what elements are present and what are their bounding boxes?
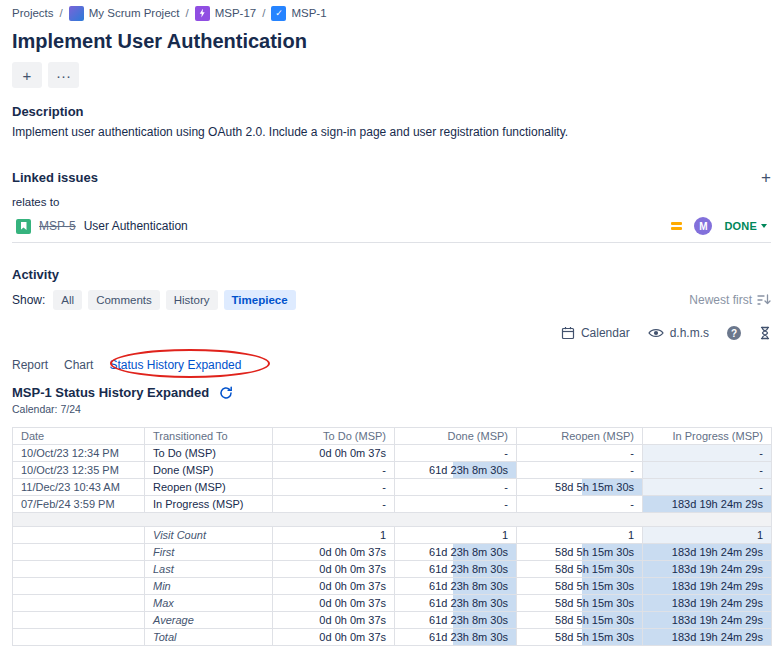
add-link-button[interactable]: + [761,169,771,186]
breadcrumb: Projects / My Scrum Project / MSP-17 / ✓… [12,5,771,21]
duration-cell: 58d 5h 15m 30s [517,612,643,629]
date-cell: 10/Oct/23 12:35 PM [13,462,145,479]
spacer-row [13,513,772,527]
stat-label: Max [145,595,273,612]
duration-cell: 61d 23h 8m 30s [395,629,517,646]
tab-status-history-expanded[interactable]: Status History Expanded [109,358,241,372]
assignee-avatar: M [694,217,712,235]
calendar-icon [561,326,575,340]
breadcrumb-project-label: My Scrum Project [89,7,180,19]
duration-cell: 1 [643,527,772,544]
filter-all[interactable]: All [53,290,82,310]
duration-cell: 0d 0h 0m 37s [273,578,395,595]
duration-cell: 183d 19h 24m 29s [643,578,772,595]
calendar-note: Calendar: 7/24 [12,403,771,415]
filter-comments[interactable]: Comments [88,290,160,310]
activity-filter-bar: Show: All Comments History Timepiece New… [12,290,771,310]
history-row: 10/Oct/23 12:35 PMDone (MSP)-61d 23h 8m … [13,462,772,479]
duration-cell: - [517,496,643,513]
duration-cell: 183d 19h 24m 29s [643,595,772,612]
duration-cell: - [643,479,772,496]
duration-cell: - [517,445,643,462]
duration-cell: - [395,496,517,513]
history-row: 11/Dec/23 10:43 AMReopen (MSP)--58d 5h 1… [13,479,772,496]
duration-cell: 1 [273,527,395,544]
duration-cell: - [273,462,395,479]
breadcrumb-issue[interactable]: ✓ MSP-1 [271,6,326,21]
format-toggle[interactable]: d.h.m.s [648,326,709,340]
breadcrumb-issue-label: MSP-1 [291,7,326,19]
empty-cell [13,544,145,561]
duration-cell: 183d 19h 24m 29s [643,544,772,561]
empty-cell [13,629,145,646]
breadcrumb-project[interactable]: My Scrum Project [69,6,180,21]
tab-report[interactable]: Report [12,358,48,372]
report-title: MSP-1 Status History Expanded [12,385,209,400]
duration-cell: 58d 5h 15m 30s [517,479,643,496]
duration-cell: - [643,462,772,479]
date-cell: 07/Feb/24 3:59 PM [13,496,145,513]
breadcrumb-separator: / [262,7,265,19]
filter-timepiece[interactable]: Timepiece [224,290,296,310]
duration-cell: 61d 23h 8m 30s [395,462,517,479]
refresh-icon [219,386,233,400]
breadcrumb-epic[interactable]: MSP-17 [195,6,257,21]
sort-order-control[interactable]: Newest first [689,293,771,307]
duration-cell: 61d 23h 8m 30s [395,578,517,595]
format-label: d.h.m.s [670,326,709,340]
tab-chart[interactable]: Chart [64,358,93,372]
status-history-table: DateTransitioned ToTo Do (MSP)Done (MSP)… [12,427,772,646]
duration-cell: - [395,445,517,462]
duration-cell: 58d 5h 15m 30s [517,578,643,595]
duration-cell: 183d 19h 24m 29s [643,629,772,646]
chevron-down-icon [761,224,767,228]
breadcrumb-projects[interactable]: Projects [12,7,54,19]
duration-cell: 58d 5h 15m 30s [517,629,643,646]
stat-label: Visit Count [145,527,273,544]
refresh-button[interactable] [219,386,233,400]
issue-actions: + ··· [12,62,771,88]
column-header: Date [13,428,145,445]
filter-history[interactable]: History [166,290,218,310]
linked-issue-key[interactable]: MSP-5 [39,219,76,233]
date-cell: 11/Dec/23 10:43 AM [13,479,145,496]
timepiece-tabs: Report Chart Status History Expanded [12,354,771,376]
more-actions-button[interactable]: ··· [48,62,79,88]
duration-cell: - [395,479,517,496]
column-header: In Progress (MSP) [643,428,772,445]
duration-cell: 0d 0h 0m 37s [273,561,395,578]
column-header: To Do (MSP) [273,428,395,445]
linked-issue-row: MSP-5 User Authentication M DONE [12,212,771,243]
status-dropdown[interactable]: DONE [724,220,767,232]
duration-cell: 1 [517,527,643,544]
duration-cell: 0d 0h 0m 37s [273,445,395,462]
empty-cell [13,561,145,578]
duration-cell: 61d 23h 8m 30s [395,561,517,578]
stat-label: Total [145,629,273,646]
duration-cell: 0d 0h 0m 37s [273,544,395,561]
issue-page: Projects / My Scrum Project / MSP-17 / ✓… [0,0,783,646]
page-title: Implement User Authentication [12,30,771,52]
status-label: DONE [724,220,757,232]
sort-order-label: Newest first [689,293,752,307]
summary-row: Min0d 0h 0m 37s61d 23h 8m 30s58d 5h 15m … [13,578,772,595]
date-cell: 10/Oct/23 12:34 PM [13,445,145,462]
help-button[interactable]: ? [727,326,741,340]
task-icon: ✓ [271,6,286,21]
timepiece-toolbar: Calendar d.h.m.s ? [12,326,771,340]
priority-medium-icon [671,222,682,230]
stat-label: Average [145,612,273,629]
linked-issue-title[interactable]: User Authentication [84,219,188,233]
summary-row: Average0d 0h 0m 37s61d 23h 8m 30s58d 5h … [13,612,772,629]
column-header: Done (MSP) [395,428,517,445]
column-header: Transitioned To [145,428,273,445]
add-button[interactable]: + [12,62,42,88]
empty-cell [13,527,145,544]
duration-cell: 61d 23h 8m 30s [395,544,517,561]
empty-cell [13,578,145,595]
calendar-button[interactable]: Calendar [561,326,630,340]
description-text: Implement user authentication using OAut… [12,125,771,139]
hourglass-icon[interactable] [759,326,771,340]
link-relation-label: relates to [12,196,771,208]
breadcrumb-separator: / [60,7,63,19]
